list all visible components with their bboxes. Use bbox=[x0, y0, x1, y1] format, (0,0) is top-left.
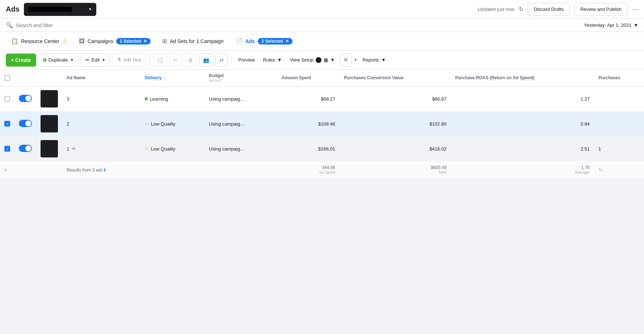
row2-delivery-label: Low Quality bbox=[151, 121, 176, 127]
image-icon: 🖼 bbox=[79, 38, 85, 45]
main-content: Ad Name Delivery ↑ Budget Ad Set Amount … bbox=[0, 69, 644, 178]
summary-purchases-cv-cell: $605.49 Total bbox=[340, 161, 451, 178]
row1-delivery-cell: Learning bbox=[140, 86, 205, 111]
summary-info-icon[interactable]: ℹ bbox=[104, 167, 106, 173]
summary-expand-cell: › bbox=[0, 161, 62, 178]
toolbar: + Create ⧉ Duplicate ▼ ✏ Edit ▼ ⚗ A/B Te… bbox=[0, 51, 644, 69]
share-button[interactable]: 👥 bbox=[199, 54, 213, 67]
date-filter-label: Yesterday: Apr 1, 2021 bbox=[584, 22, 631, 28]
delivery-sort-icon: ↑ bbox=[164, 76, 166, 80]
campaigns-deselect-button[interactable]: ✕ bbox=[143, 39, 147, 44]
row2-amount-spent: $109.46 bbox=[277, 111, 340, 136]
reports-button[interactable]: Reports ▼ bbox=[359, 54, 388, 67]
edit-pencil-icon: ✏ bbox=[85, 57, 89, 63]
resource-center-tab[interactable]: 📋 Resource Center ⚠ bbox=[6, 35, 72, 47]
row1-checkbox[interactable] bbox=[4, 96, 10, 102]
rules-button[interactable]: Rules ▼ bbox=[260, 54, 285, 67]
delete-button[interactable]: 🗑 bbox=[184, 54, 197, 67]
row2-checkbox[interactable]: ✓ bbox=[4, 121, 10, 127]
row2-purchases bbox=[594, 111, 644, 136]
summary-expand-icon[interactable]: › bbox=[4, 166, 6, 173]
summary-budget-cell bbox=[205, 161, 277, 178]
row1-amount-spent: $68.27 bbox=[277, 86, 340, 111]
select-all-checkbox[interactable] bbox=[4, 75, 10, 81]
summary-amount-spent-cell: 344.06 tal Spent bbox=[277, 161, 340, 178]
row2-toggle-cell bbox=[14, 111, 36, 136]
row3-inline-edit-icon[interactable]: ✏ bbox=[72, 146, 76, 151]
row3-thumbnail bbox=[41, 140, 58, 157]
campaigns-selected-count: 1 Selected bbox=[120, 39, 141, 44]
row2-ad-name: 2 bbox=[67, 121, 69, 127]
row2-thumb-cell bbox=[36, 111, 62, 136]
row1-delivery-dot-icon bbox=[145, 97, 148, 100]
col-header-toggle bbox=[14, 69, 36, 86]
row3-budget-cell: Using campaig… bbox=[205, 136, 277, 161]
col-header-delivery[interactable]: Delivery ↑ bbox=[140, 69, 205, 86]
toolbar-divider-2 bbox=[231, 56, 232, 64]
row3-toggle[interactable] bbox=[19, 145, 32, 152]
summary-label-cell: Results from 3 ads ℹ bbox=[62, 161, 140, 178]
col-header-purchases: Purchases bbox=[594, 69, 644, 86]
row2-budget-cell: Using campaig… bbox=[205, 111, 277, 136]
top-bar-right: Updated just now ↻ Discard Drafts Review… bbox=[478, 3, 638, 16]
campaigns-tab[interactable]: 🖼 Campaigns 1 Selected ✕ bbox=[74, 35, 156, 47]
warning-triangle-icon: ⚠ bbox=[62, 38, 67, 45]
updated-status: Updated just now bbox=[478, 7, 514, 12]
columns-arrow-icon: ▼ bbox=[354, 58, 358, 62]
col-header-checkbox bbox=[0, 69, 14, 86]
table-row: ✓ 2 ⚠ bbox=[0, 111, 644, 136]
col-header-thumb bbox=[36, 69, 62, 86]
row1-checkbox-cell bbox=[0, 86, 14, 111]
row2-warning-icon: ⚠ bbox=[145, 121, 149, 126]
copy-button[interactable]: 📋 bbox=[153, 54, 167, 67]
ad-sets-tab[interactable]: ⊞ Ad Sets for 1 Campaign bbox=[157, 35, 229, 47]
row2-toggle[interactable] bbox=[19, 120, 32, 127]
row3-checkbox[interactable]: ✓ bbox=[4, 146, 10, 152]
row1-thumbnail bbox=[41, 90, 58, 107]
campaign-dropdown[interactable]: ▼ bbox=[24, 3, 96, 16]
preview-button[interactable]: Preview bbox=[235, 54, 258, 67]
col-header-ad-name: Ad Name bbox=[62, 69, 140, 86]
row3-checkbox-cell: ✓ bbox=[0, 136, 14, 161]
search-icon: 🔍 bbox=[6, 22, 13, 29]
review-publish-button[interactable]: Review and Publish bbox=[574, 3, 628, 16]
date-filter-button[interactable]: Yesterday: Apr 1, 2021 ▼ bbox=[584, 22, 638, 28]
row1-toggle-cell bbox=[14, 86, 36, 111]
row1-ad-name: 3 bbox=[67, 96, 69, 102]
date-filter-arrow-icon: ▼ bbox=[634, 22, 638, 28]
row3-name-cell: 1 ✏ bbox=[62, 136, 140, 161]
summary-roas: 1.76 bbox=[581, 165, 590, 170]
clipboard-icon: 📋 bbox=[11, 38, 18, 45]
search-input[interactable] bbox=[16, 22, 581, 28]
grid-icon: ⊞ bbox=[162, 38, 167, 45]
col-header-amount-spent: Amount Spent bbox=[277, 69, 340, 86]
row3-purchases-cv: $416.02 bbox=[340, 136, 451, 161]
campaigns-label: Campaigns bbox=[88, 38, 113, 44]
discard-drafts-button[interactable]: Discard Drafts bbox=[528, 3, 570, 16]
row1-toggle[interactable] bbox=[19, 95, 32, 102]
row1-name-cell: 3 bbox=[62, 86, 140, 111]
table-row: ✓ 1 ✏ bbox=[0, 136, 644, 161]
columns-button[interactable]: ≡ bbox=[340, 54, 352, 67]
ads-icon: 📄 bbox=[235, 38, 243, 45]
more-options-button[interactable]: ··· bbox=[632, 5, 638, 13]
ads-table-container: Ad Name Delivery ↑ Budget Ad Set Amount … bbox=[0, 69, 644, 178]
move-button[interactable]: ⇄ bbox=[215, 54, 228, 67]
ads-tab[interactable]: 📄 Ads 2 Selected ✕ bbox=[230, 35, 298, 47]
refresh-button[interactable]: ↻ bbox=[519, 6, 523, 13]
col-header-roas: Purchase ROAS (Return on Ad Spend) bbox=[451, 69, 594, 86]
duplicate-button[interactable]: ⧉ Duplicate ▼ bbox=[38, 54, 79, 67]
row2-roas: 0.94 bbox=[451, 111, 594, 136]
row3-purchases: 1 bbox=[594, 136, 644, 161]
view-setup-button[interactable]: View Setup ▦ ▼ bbox=[287, 54, 338, 67]
edit-button[interactable]: ✏ Edit ▼ bbox=[81, 54, 110, 67]
row3-ad-name: 1 bbox=[67, 146, 69, 152]
undo-button[interactable]: ↩ bbox=[169, 54, 182, 67]
row2-thumbnail bbox=[41, 115, 58, 132]
create-button[interactable]: + Create bbox=[6, 54, 36, 67]
ads-deselect-button[interactable]: ✕ bbox=[285, 39, 289, 44]
row1-purchases bbox=[594, 86, 644, 111]
row1-budget-cell: Using campaig… bbox=[205, 86, 277, 111]
ab-test-button[interactable]: ⚗ A/B Test bbox=[112, 54, 146, 67]
row3-amount-spent: $166.01 bbox=[277, 136, 340, 161]
